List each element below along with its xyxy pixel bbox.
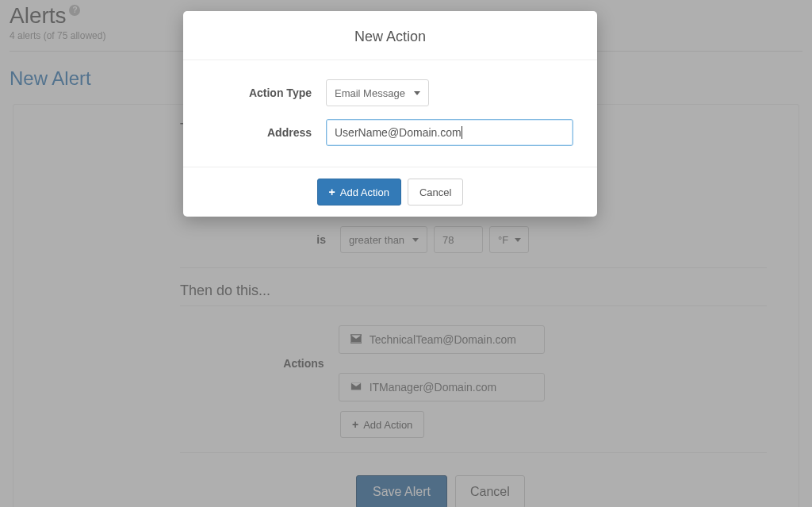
address-value: UserName@Domain.com — [335, 126, 462, 139]
action-type-label: Action Type — [207, 86, 326, 99]
address-label: Address — [207, 126, 326, 139]
modal-cancel-button[interactable]: Cancel — [408, 179, 463, 205]
address-input[interactable]: UserName@Domain.com — [326, 119, 573, 146]
modal-title: New Action — [183, 11, 597, 60]
modal-cancel-label: Cancel — [419, 186, 451, 198]
modal-add-action-button[interactable]: + Add Action — [317, 179, 401, 205]
plus-icon: + — [329, 186, 335, 198]
modal-add-action-label: Add Action — [340, 186, 389, 198]
action-type-value: Email Message — [335, 87, 405, 99]
chevron-down-icon — [414, 91, 420, 95]
action-type-select[interactable]: Email Message — [326, 79, 429, 106]
text-cursor — [462, 126, 462, 139]
new-action-modal: New Action Action Type Email Message Add… — [183, 11, 597, 217]
